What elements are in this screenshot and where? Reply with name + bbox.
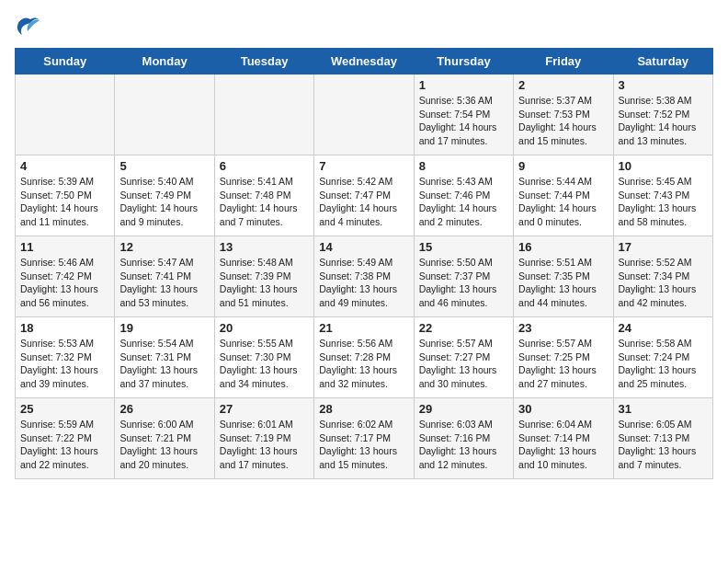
logo	[15, 15, 46, 40]
calendar-cell	[214, 75, 313, 155]
day-info: Sunrise: 5:52 AM Sunset: 7:34 PM Dayligh…	[619, 256, 708, 310]
day-info: Sunrise: 5:58 AM Sunset: 7:24 PM Dayligh…	[619, 337, 708, 391]
day-number: 26	[119, 402, 209, 416]
day-info: Sunrise: 5:48 AM Sunset: 7:39 PM Dayligh…	[220, 256, 309, 310]
calendar-cell: 12Sunrise: 5:47 AM Sunset: 7:41 PM Dayli…	[115, 236, 214, 317]
calendar-week-3: 11Sunrise: 5:46 AM Sunset: 7:42 PM Dayli…	[16, 236, 713, 317]
day-number: 10	[619, 159, 708, 173]
calendar-cell	[16, 75, 115, 155]
calendar-cell: 22Sunrise: 5:57 AM Sunset: 7:27 PM Dayli…	[414, 317, 513, 398]
day-number: 29	[419, 402, 508, 416]
day-number: 5	[119, 159, 209, 173]
calendar-cell: 21Sunrise: 5:56 AM Sunset: 7:28 PM Dayli…	[314, 317, 414, 398]
day-info: Sunrise: 5:50 AM Sunset: 7:37 PM Dayligh…	[419, 256, 508, 310]
calendar-cell: 26Sunrise: 6:00 AM Sunset: 7:21 PM Dayli…	[115, 398, 214, 479]
day-info: Sunrise: 5:39 AM Sunset: 7:50 PM Dayligh…	[20, 175, 109, 229]
calendar-cell: 7Sunrise: 5:42 AM Sunset: 7:47 PM Daylig…	[314, 155, 414, 236]
header-tuesday: Tuesday	[214, 49, 313, 75]
calendar-cell: 2Sunrise: 5:37 AM Sunset: 7:53 PM Daylig…	[514, 75, 613, 155]
day-info: Sunrise: 6:03 AM Sunset: 7:16 PM Dayligh…	[419, 418, 508, 472]
day-number: 14	[319, 240, 408, 254]
day-number: 15	[419, 240, 508, 254]
header-wednesday: Wednesday	[314, 49, 414, 75]
day-number: 17	[619, 240, 708, 254]
calendar-cell: 15Sunrise: 5:50 AM Sunset: 7:37 PM Dayli…	[414, 236, 513, 317]
calendar-cell: 14Sunrise: 5:49 AM Sunset: 7:38 PM Dayli…	[314, 236, 414, 317]
calendar-week-4: 18Sunrise: 5:53 AM Sunset: 7:32 PM Dayli…	[16, 317, 713, 398]
calendar-cell: 23Sunrise: 5:57 AM Sunset: 7:25 PM Dayli…	[514, 317, 613, 398]
day-number: 12	[119, 240, 209, 254]
calendar-cell: 31Sunrise: 6:05 AM Sunset: 7:13 PM Dayli…	[613, 398, 712, 479]
day-info: Sunrise: 5:51 AM Sunset: 7:35 PM Dayligh…	[518, 256, 608, 310]
day-info: Sunrise: 5:36 AM Sunset: 7:54 PM Dayligh…	[419, 94, 508, 148]
day-number: 19	[119, 321, 209, 335]
day-info: Sunrise: 5:56 AM Sunset: 7:28 PM Dayligh…	[319, 337, 408, 391]
day-number: 13	[220, 240, 309, 254]
day-number: 23	[518, 321, 608, 335]
day-number: 11	[20, 240, 109, 254]
day-number: 3	[619, 78, 708, 92]
day-number: 30	[518, 402, 608, 416]
day-number: 20	[220, 321, 309, 335]
header-friday: Friday	[514, 49, 613, 75]
day-info: Sunrise: 5:57 AM Sunset: 7:25 PM Dayligh…	[518, 337, 608, 391]
logo-bird-icon	[15, 15, 42, 40]
day-number: 21	[319, 321, 408, 335]
header-thursday: Thursday	[414, 49, 513, 75]
calendar-cell: 4Sunrise: 5:39 AM Sunset: 7:50 PM Daylig…	[16, 155, 115, 236]
calendar-cell: 6Sunrise: 5:41 AM Sunset: 7:48 PM Daylig…	[214, 155, 313, 236]
day-info: Sunrise: 5:47 AM Sunset: 7:41 PM Dayligh…	[119, 256, 209, 310]
day-number: 28	[319, 402, 408, 416]
calendar-table: SundayMondayTuesdayWednesdayThursdayFrid…	[15, 48, 713, 479]
day-info: Sunrise: 5:46 AM Sunset: 7:42 PM Dayligh…	[20, 256, 109, 310]
day-number: 1	[419, 78, 508, 92]
calendar-cell: 27Sunrise: 6:01 AM Sunset: 7:19 PM Dayli…	[214, 398, 313, 479]
calendar-cell: 1Sunrise: 5:36 AM Sunset: 7:54 PM Daylig…	[414, 75, 513, 155]
day-info: Sunrise: 5:54 AM Sunset: 7:31 PM Dayligh…	[119, 337, 209, 391]
day-info: Sunrise: 5:42 AM Sunset: 7:47 PM Dayligh…	[319, 175, 408, 229]
day-info: Sunrise: 5:41 AM Sunset: 7:48 PM Dayligh…	[220, 175, 309, 229]
day-info: Sunrise: 6:00 AM Sunset: 7:21 PM Dayligh…	[119, 418, 209, 472]
day-info: Sunrise: 5:45 AM Sunset: 7:43 PM Dayligh…	[619, 175, 708, 229]
calendar-cell: 24Sunrise: 5:58 AM Sunset: 7:24 PM Dayli…	[613, 317, 712, 398]
day-info: Sunrise: 5:55 AM Sunset: 7:30 PM Dayligh…	[220, 337, 309, 391]
day-number: 6	[220, 159, 309, 173]
day-number: 8	[419, 159, 508, 173]
day-info: Sunrise: 5:38 AM Sunset: 7:52 PM Dayligh…	[619, 94, 708, 148]
day-number: 4	[20, 159, 109, 173]
day-info: Sunrise: 5:37 AM Sunset: 7:53 PM Dayligh…	[518, 94, 608, 148]
day-info: Sunrise: 5:53 AM Sunset: 7:32 PM Dayligh…	[20, 337, 109, 391]
calendar-cell: 29Sunrise: 6:03 AM Sunset: 7:16 PM Dayli…	[414, 398, 513, 479]
day-number: 7	[319, 159, 408, 173]
calendar-cell	[314, 75, 414, 155]
day-number: 31	[619, 402, 708, 416]
calendar-cell: 13Sunrise: 5:48 AM Sunset: 7:39 PM Dayli…	[214, 236, 313, 317]
calendar-cell: 3Sunrise: 5:38 AM Sunset: 7:52 PM Daylig…	[613, 75, 712, 155]
day-info: Sunrise: 5:40 AM Sunset: 7:49 PM Dayligh…	[119, 175, 209, 229]
calendar-cell: 20Sunrise: 5:55 AM Sunset: 7:30 PM Dayli…	[214, 317, 313, 398]
calendar-week-2: 4Sunrise: 5:39 AM Sunset: 7:50 PM Daylig…	[16, 155, 713, 236]
day-number: 24	[619, 321, 708, 335]
day-info: Sunrise: 6:05 AM Sunset: 7:13 PM Dayligh…	[619, 418, 708, 472]
day-info: Sunrise: 6:01 AM Sunset: 7:19 PM Dayligh…	[220, 418, 309, 472]
header-monday: Monday	[115, 49, 214, 75]
calendar-cell	[115, 75, 214, 155]
day-info: Sunrise: 6:04 AM Sunset: 7:14 PM Dayligh…	[518, 418, 608, 472]
day-number: 22	[419, 321, 508, 335]
calendar-cell: 5Sunrise: 5:40 AM Sunset: 7:49 PM Daylig…	[115, 155, 214, 236]
day-info: Sunrise: 5:49 AM Sunset: 7:38 PM Dayligh…	[319, 256, 408, 310]
day-info: Sunrise: 6:02 AM Sunset: 7:17 PM Dayligh…	[319, 418, 408, 472]
day-info: Sunrise: 5:44 AM Sunset: 7:44 PM Dayligh…	[518, 175, 608, 229]
header-saturday: Saturday	[613, 49, 712, 75]
calendar-cell: 16Sunrise: 5:51 AM Sunset: 7:35 PM Dayli…	[514, 236, 613, 317]
calendar-cell: 8Sunrise: 5:43 AM Sunset: 7:46 PM Daylig…	[414, 155, 513, 236]
calendar-cell: 10Sunrise: 5:45 AM Sunset: 7:43 PM Dayli…	[613, 155, 712, 236]
page-header	[15, 15, 713, 40]
calendar-cell: 25Sunrise: 5:59 AM Sunset: 7:22 PM Dayli…	[16, 398, 115, 479]
day-number: 27	[220, 402, 309, 416]
day-number: 16	[518, 240, 608, 254]
calendar-header-row: SundayMondayTuesdayWednesdayThursdayFrid…	[16, 49, 713, 75]
calendar-cell: 19Sunrise: 5:54 AM Sunset: 7:31 PM Dayli…	[115, 317, 214, 398]
calendar-week-1: 1Sunrise: 5:36 AM Sunset: 7:54 PM Daylig…	[16, 75, 713, 155]
calendar-cell: 18Sunrise: 5:53 AM Sunset: 7:32 PM Dayli…	[16, 317, 115, 398]
